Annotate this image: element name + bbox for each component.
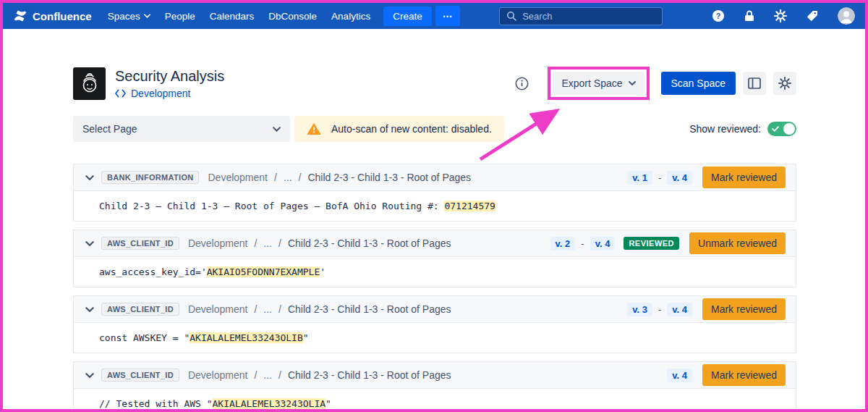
header-actions: Export Space Scan Space	[515, 67, 796, 100]
finding-actions: v. 2-v. 4REVIEWEDUnmark reviewed	[550, 232, 786, 254]
annotation-highlight-box: Export Space	[548, 67, 649, 100]
version-to-link[interactable]: v. 4	[667, 369, 692, 382]
version-from-link[interactable]: v. 2	[550, 237, 576, 251]
warning-text: Auto-scan of new content: disabled.	[331, 123, 492, 135]
finding-type-badge: AWS_CLIENT_ID	[101, 303, 179, 316]
finding-type-badge: AWS_CLIENT_ID	[101, 369, 179, 382]
breadcrumb: Development/.../Child 2-3 - Child 1-3 - …	[188, 237, 451, 249]
finding-card: AWS_CLIENT_ID Development/.../Child 2-3 …	[73, 295, 796, 353]
nav-item-dbconsole[interactable]: DbConsole	[261, 8, 324, 25]
export-space-button[interactable]: Export Space	[553, 72, 644, 95]
chevron-down-icon	[144, 14, 150, 18]
search-icon	[506, 11, 516, 21]
panel-icon	[748, 77, 761, 89]
secret-highlight: 071214579	[444, 201, 495, 211]
crumb-space[interactable]: Development	[188, 303, 248, 315]
finding-card: AWS_CLIENT_ID Development/.../Child 2-3 …	[73, 361, 796, 412]
crumb-space[interactable]: Development	[208, 172, 268, 183]
page-title: Security Analysis	[115, 67, 224, 85]
collapse-chevron-icon[interactable]	[84, 306, 95, 314]
help-icon[interactable]: ?	[712, 9, 725, 22]
mark-reviewed-button[interactable]: Mark reviewed	[702, 364, 786, 386]
show-reviewed-toggle[interactable]	[767, 122, 796, 136]
secret-highlight: AKIALALEMEL33243OLIA	[213, 398, 326, 409]
finding-snippet: // Tested with AWS "AKIALALEMEL33243OLIA…	[74, 389, 796, 412]
app-window: Confluence Spaces People Calendars DbCon…	[0, 0, 868, 412]
scan-space-button[interactable]: Scan Space	[661, 72, 736, 95]
version-to-link[interactable]: v. 4	[590, 237, 616, 251]
autoscan-warning-banner: Auto-scan of new content: disabled.	[294, 116, 504, 142]
space-header: Security Analysis Development Export Spa…	[73, 67, 796, 100]
crumb-page[interactable]: Child 2-3 - Child 1-3 - Root of Pages	[288, 237, 451, 249]
breadcrumb: Development/.../Child 2-3 - Child 1-3 - …	[208, 172, 471, 183]
search-box[interactable]	[499, 7, 663, 25]
finding-header: AWS_CLIENT_ID Development/.../Child 2-3 …	[74, 296, 796, 323]
finding-actions: v. 1-v. 4Mark reviewed	[627, 167, 786, 188]
nav-item-people[interactable]: People	[158, 8, 203, 25]
crumb-page[interactable]: Child 2-3 - Child 1-3 - Root of Pages	[307, 172, 471, 183]
nav-item-calendars[interactable]: Calendars	[203, 8, 262, 25]
search-input[interactable]	[522, 11, 655, 22]
findings-list: BANK_INFORMATION Development/.../Child 2…	[73, 164, 796, 412]
settings-button[interactable]	[773, 72, 796, 95]
unmark-reviewed-button[interactable]: Unmark reviewed	[689, 232, 786, 254]
gear-icon	[778, 77, 791, 90]
tag-icon[interactable]	[806, 9, 819, 22]
collapse-chevron-icon[interactable]	[84, 174, 95, 182]
crumb-ellipsis[interactable]: ...	[263, 369, 272, 381]
space-breadcrumb-link[interactable]: Development	[115, 88, 224, 99]
avatar[interactable]	[838, 7, 855, 25]
finding-actions: -v. 4Mark reviewed	[667, 364, 786, 386]
chevron-down-icon	[273, 127, 281, 132]
finding-actions: v. 3-v. 4Mark reviewed	[627, 298, 786, 320]
version-from-link[interactable]: v. 1	[627, 171, 652, 185]
reviewed-badge: REVIEWED	[624, 237, 679, 250]
version-from-link[interactable]: v. 3	[627, 303, 652, 316]
collapse-chevron-icon[interactable]	[84, 240, 95, 248]
svg-text:?: ?	[716, 12, 720, 20]
select-page-dropdown[interactable]: Select Page	[73, 116, 290, 142]
crumb-space[interactable]: Development	[188, 237, 248, 249]
info-icon[interactable]	[515, 77, 529, 91]
version-to-link[interactable]: v. 4	[667, 303, 692, 316]
mark-reviewed-button[interactable]: Mark reviewed	[702, 167, 786, 188]
finding-snippet: Child 2-3 – Child 1-3 – Root of Pages – …	[74, 191, 796, 221]
crumb-page[interactable]: Child 2-3 - Child 1-3 - Root of Pages	[288, 303, 451, 315]
finding-header: AWS_CLIENT_ID Development/.../Child 2-3 …	[74, 362, 796, 389]
nav-item-analytics[interactable]: Analytics	[324, 8, 378, 25]
show-reviewed-label: Show reviewed:	[689, 123, 761, 135]
finding-header: BANK_INFORMATION Development/.../Child 2…	[74, 164, 796, 191]
panel-toggle-button[interactable]	[743, 72, 766, 95]
lock-icon[interactable]	[744, 9, 755, 22]
main-content: Security Analysis Development Export Spa…	[73, 29, 796, 412]
crumb-page[interactable]: Child 2-3 - Child 1-3 - Root of Pages	[288, 369, 451, 381]
confluence-logo-icon	[13, 9, 27, 23]
crumb-space[interactable]: Development	[188, 369, 248, 381]
code-icon	[115, 89, 126, 98]
toggle-knob	[783, 123, 795, 135]
crumb-ellipsis[interactable]: ...	[263, 303, 272, 315]
finding-card: AWS_CLIENT_ID Development/.../Child 2-3 …	[73, 230, 796, 287]
finding-card: BANK_INFORMATION Development/.../Child 2…	[73, 164, 796, 222]
secret-highlight: AKIAIO5FODNN7EXAMPLE	[207, 266, 320, 277]
version-to-link[interactable]: v. 4	[667, 171, 692, 185]
finding-snippet: const AWSKEY = "AKIALALEMEL33243OLIB"	[74, 323, 796, 353]
breadcrumb: Development/.../Child 2-3 - Child 1-3 - …	[188, 369, 451, 381]
crumb-ellipsis[interactable]: ...	[284, 172, 292, 183]
collapse-chevron-icon[interactable]	[84, 371, 95, 379]
nav-icon-cluster: ?	[712, 7, 855, 25]
confluence-home-link[interactable]: Confluence	[13, 9, 92, 23]
secret-highlight: AKIALALEMEL33243OLIB	[190, 332, 303, 343]
create-button[interactable]: Create	[383, 7, 432, 26]
show-reviewed-control: Show reviewed:	[689, 122, 796, 136]
title-block: Security Analysis Development	[115, 67, 224, 99]
finding-snippet: aws_access_key_id='AKIAIO5FODNN7EXAMPLE'	[74, 257, 796, 287]
nav-item-spaces[interactable]: Spaces	[101, 8, 158, 25]
more-button[interactable]: ⋯	[435, 6, 461, 26]
mark-reviewed-button[interactable]: Mark reviewed	[702, 298, 786, 320]
crumb-ellipsis[interactable]: ...	[263, 237, 272, 249]
space-icon	[73, 67, 106, 100]
gear-icon[interactable]	[774, 9, 787, 22]
chevron-down-icon	[629, 81, 636, 85]
breadcrumb: Development/.../Child 2-3 - Child 1-3 - …	[188, 303, 451, 315]
